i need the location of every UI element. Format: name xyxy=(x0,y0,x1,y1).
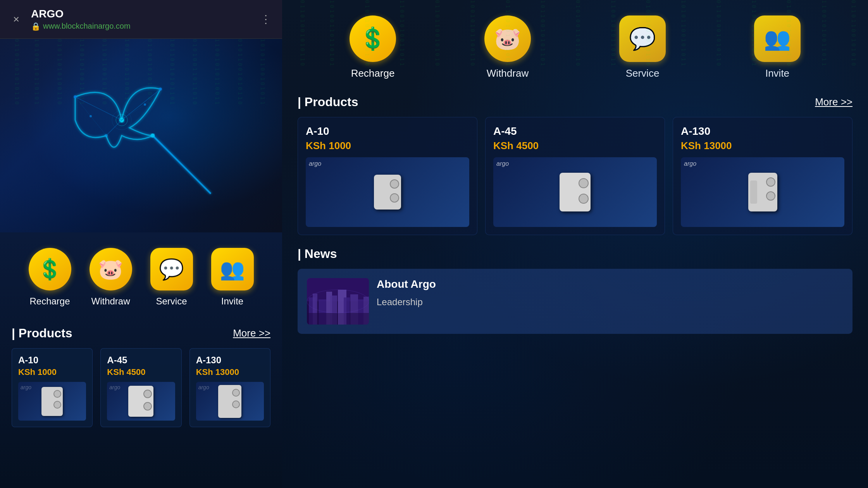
news-city-image xyxy=(307,278,369,325)
invite-label: Invite xyxy=(221,296,243,307)
right-action-buttons: 💲 Recharge 🐷 Withdraw 💬 Service 👥 Invite xyxy=(298,12,852,83)
svg-line-0 xyxy=(153,136,211,194)
svg-rect-30 xyxy=(338,313,346,325)
right-withdraw-icon: 🐷 xyxy=(484,15,531,62)
left-product-a10[interactable]: A-10 KSh 1000 argo xyxy=(12,348,93,427)
left-panel: × ARGO 🔒 www.blockchainargo.com ⋮ 011010… xyxy=(0,0,282,488)
service-icon: 💬 xyxy=(150,248,193,290)
recharge-button[interactable]: 💲 Recharge xyxy=(29,248,71,307)
right-invite-label: Invite xyxy=(765,67,789,79)
withdraw-icon: 🐷 xyxy=(90,248,132,290)
left-products-header: Products More >> xyxy=(12,326,270,340)
product-a10-price: KSh 1000 xyxy=(18,367,86,377)
right-recharge-label: Recharge xyxy=(351,67,395,79)
right-service-button[interactable]: 💬 Service xyxy=(619,15,666,79)
svg-line-7 xyxy=(122,89,160,120)
argo-watermark-a10: argo xyxy=(309,160,321,167)
right-product-a130-price: KSh 13000 xyxy=(681,140,844,152)
withdraw-button[interactable]: 🐷 Withdraw xyxy=(90,248,132,307)
right-news-header: News xyxy=(298,247,852,261)
product-a130-name: A-130 xyxy=(196,355,264,366)
right-news-section: News xyxy=(298,247,852,334)
invite-icon: 👥 xyxy=(211,248,254,290)
close-button[interactable]: × xyxy=(8,11,25,28)
right-withdraw-label: Withdraw xyxy=(487,67,529,79)
right-service-icon: 💬 xyxy=(619,15,666,62)
product-a10-name: A-10 xyxy=(18,355,86,366)
left-products-row: A-10 KSh 1000 argo A-45 KSh 4500 argo xyxy=(12,348,270,427)
lock-icon: 🔒 xyxy=(31,22,41,31)
browser-bar: × ARGO 🔒 www.blockchainargo.com ⋮ xyxy=(0,0,282,39)
url-row: 🔒 www.blockchainargo.com xyxy=(31,22,251,31)
product-a130-price: KSh 13000 xyxy=(196,367,264,377)
right-products-section: Products More >> A-10 KSh 1000 argo A-45… xyxy=(298,95,852,235)
right-products-title: Products xyxy=(298,95,358,109)
news-card-about-argo[interactable]: About Argo Leadership xyxy=(298,269,852,334)
news-content: About Argo Leadership xyxy=(377,278,843,308)
news-leadership-subtitle: Leadership xyxy=(377,297,843,308)
product-a10-image: argo xyxy=(18,382,86,421)
right-product-a10-image: argo xyxy=(306,157,469,227)
right-product-a45-name: A-45 xyxy=(493,125,657,137)
left-action-buttons: 💲 Recharge 🐷 Withdraw 💬 Service 👥 Invite xyxy=(12,248,270,307)
left-more-link[interactable]: More >> xyxy=(233,327,270,339)
right-withdraw-button[interactable]: 🐷 Withdraw xyxy=(484,15,531,79)
right-recharge-button[interactable]: 💲 Recharge xyxy=(350,15,396,79)
invite-button[interactable]: 👥 Invite xyxy=(211,248,254,307)
right-product-a130-image: argo xyxy=(681,157,844,227)
svg-line-6 xyxy=(75,97,122,120)
pickaxe-illustration xyxy=(44,58,238,213)
service-button[interactable]: 💬 Service xyxy=(150,248,193,307)
right-products-row: A-10 KSh 1000 argo A-45 KSh 4500 argo xyxy=(298,117,852,235)
left-product-a45[interactable]: A-45 KSh 4500 argo xyxy=(100,348,181,427)
right-products-header: Products More >> xyxy=(298,95,852,109)
argo-watermark-a45: argo xyxy=(496,160,509,167)
right-product-a45-price: KSh 4500 xyxy=(493,140,657,152)
right-recharge-icon: 💲 xyxy=(350,15,396,62)
product-a45-image: argo xyxy=(107,382,175,421)
recharge-icon: 💲 xyxy=(29,248,71,290)
browser-title: ARGO xyxy=(31,8,251,20)
svg-line-8 xyxy=(106,120,122,136)
right-invite-icon: 👥 xyxy=(754,15,801,62)
svg-point-15 xyxy=(90,115,92,117)
withdraw-label: Withdraw xyxy=(91,296,130,307)
news-about-title: About Argo xyxy=(377,278,843,290)
right-invite-button[interactable]: 👥 Invite xyxy=(754,15,801,79)
right-product-a130-name: A-130 xyxy=(681,125,844,137)
right-news-title: News xyxy=(298,247,337,261)
browser-info: ARGO 🔒 www.blockchainargo.com xyxy=(31,8,251,31)
right-product-a130[interactable]: A-130 KSh 13000 argo xyxy=(673,117,852,235)
menu-button[interactable]: ⋮ xyxy=(257,10,274,29)
right-product-a45-image: argo xyxy=(493,157,657,227)
right-product-a10[interactable]: A-10 KSh 1000 argo xyxy=(298,117,477,235)
product-a130-image: argo xyxy=(196,382,264,421)
browser-url: www.blockchainargo.com xyxy=(43,22,131,31)
right-service-label: Service xyxy=(626,67,660,79)
left-content-area: 💲 Recharge 🐷 Withdraw 💬 Service 👥 Invite… xyxy=(0,232,282,488)
right-product-a10-price: KSh 1000 xyxy=(306,140,469,152)
right-panel: 01101001010110 10100110110101 0101101010… xyxy=(282,0,868,488)
svg-point-16 xyxy=(144,103,146,106)
news-thumbnail xyxy=(307,278,369,325)
hero-banner: 01101001010110 10100110110101 0101101010… xyxy=(0,39,282,232)
right-product-a45[interactable]: A-45 KSh 4500 argo xyxy=(485,117,665,235)
left-products-title: Products xyxy=(12,326,72,340)
product-a45-name: A-45 xyxy=(107,355,175,366)
recharge-label: Recharge xyxy=(29,296,70,307)
argo-watermark-a130: argo xyxy=(684,160,696,167)
svg-point-5 xyxy=(151,134,155,137)
right-product-a10-name: A-10 xyxy=(306,125,469,137)
svg-line-12 xyxy=(91,116,106,136)
product-a45-price: KSh 4500 xyxy=(107,367,175,377)
right-more-link[interactable]: More >> xyxy=(815,96,852,108)
service-label: Service xyxy=(156,296,187,307)
svg-line-11 xyxy=(75,97,91,116)
left-product-a130[interactable]: A-130 KSh 13000 argo xyxy=(189,348,270,427)
